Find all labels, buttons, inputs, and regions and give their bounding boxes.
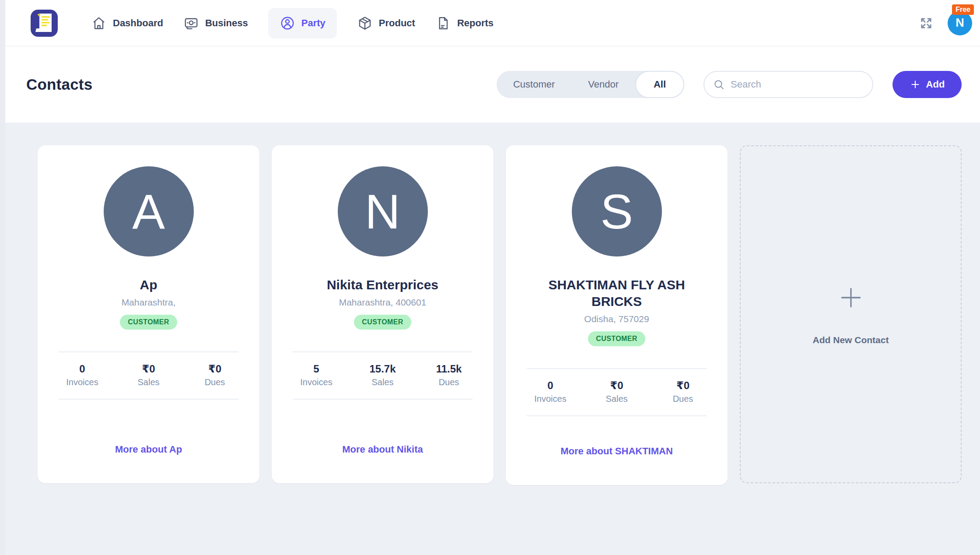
stat-value: ₹0 bbox=[195, 363, 235, 375]
contact-stats: 5 Invoices 15.7k Sales 11.5k Dues bbox=[293, 352, 472, 399]
stat-invoices: 0 Invoices bbox=[62, 363, 102, 387]
header-actions: Customer Vendor All Add bbox=[497, 71, 962, 98]
search-box bbox=[704, 71, 873, 98]
page-header: Contacts Customer Vendor All Add bbox=[0, 46, 980, 123]
nav-item-party[interactable]: Party bbox=[268, 8, 337, 39]
page-title: Contacts bbox=[26, 76, 92, 93]
stat-dues: ₹0 Dues bbox=[195, 363, 235, 387]
stat-sales: 15.7k Sales bbox=[363, 363, 403, 387]
stat-label: Sales bbox=[363, 377, 403, 387]
stat-value: ₹0 bbox=[663, 379, 703, 392]
customer-badge: CUSTOMER bbox=[588, 331, 645, 346]
contact-stats: 0 Invoices ₹0 Sales ₹0 Dues bbox=[527, 369, 707, 415]
nav-item-product[interactable]: Product bbox=[357, 15, 415, 31]
stat-label: Invoices bbox=[296, 377, 336, 387]
nav-item-dashboard[interactable]: Dashboard bbox=[91, 15, 163, 31]
nav-right: Free N bbox=[919, 11, 974, 35]
stat-value: ₹0 bbox=[129, 363, 169, 375]
plus-icon bbox=[836, 283, 865, 312]
contact-card: A Ap Maharashtra, CUSTOMER 0 Invoices ₹0… bbox=[38, 145, 259, 483]
customer-badge: CUSTOMER bbox=[354, 315, 411, 330]
stat-invoices: 5 Invoices bbox=[296, 363, 336, 387]
stat-invoices: 0 Invoices bbox=[530, 379, 570, 404]
nav-label: Product bbox=[379, 18, 415, 29]
product-icon bbox=[357, 15, 373, 31]
add-button[interactable]: Add bbox=[892, 71, 962, 98]
add-button-label: Add bbox=[926, 79, 945, 90]
business-icon bbox=[183, 15, 199, 31]
nav-label: Business bbox=[205, 18, 248, 29]
stat-value: ₹0 bbox=[597, 379, 637, 392]
party-icon bbox=[280, 15, 295, 31]
contacts-grid: A Ap Maharashtra, CUSTOMER 0 Invoices ₹0… bbox=[38, 145, 962, 485]
search-input[interactable] bbox=[731, 79, 864, 90]
add-new-contact-card[interactable]: Add New Contact bbox=[740, 145, 962, 483]
home-icon bbox=[91, 15, 107, 31]
contact-location: Maharashtra, bbox=[122, 297, 176, 308]
nav-label: Party bbox=[301, 18, 326, 29]
filter-customer[interactable]: Customer bbox=[497, 71, 571, 98]
contact-name: Ap bbox=[140, 277, 158, 293]
stat-label: Sales bbox=[129, 377, 169, 387]
stat-value: 5 bbox=[296, 363, 336, 375]
app-logo[interactable] bbox=[30, 9, 59, 38]
user-avatar[interactable]: Free N bbox=[948, 11, 972, 35]
main-nav: Dashboard Business Party bbox=[91, 8, 494, 39]
window-edge bbox=[0, 0, 5, 555]
stat-label: Invoices bbox=[530, 394, 570, 404]
contacts-area: A Ap Maharashtra, CUSTOMER 0 Invoices ₹0… bbox=[0, 123, 980, 555]
nav-label: Reports bbox=[457, 18, 494, 29]
plan-badge: Free bbox=[952, 4, 974, 15]
contact-location: Odisha, 757029 bbox=[584, 314, 649, 324]
stat-value: 0 bbox=[530, 379, 570, 392]
stat-label: Dues bbox=[429, 377, 469, 387]
fullscreen-icon bbox=[919, 16, 934, 31]
stat-sales: ₹0 Sales bbox=[129, 363, 169, 387]
contact-card: N Nikita Enterprices Maharashtra, 400601… bbox=[272, 145, 494, 483]
contact-name: SHAKTIMAN FLY ASH BRICKS bbox=[527, 277, 707, 310]
stat-value: 15.7k bbox=[363, 363, 403, 375]
stat-label: Sales bbox=[597, 394, 637, 404]
top-nav: Dashboard Business Party bbox=[0, 0, 980, 46]
stat-value: 11.5k bbox=[429, 363, 469, 375]
stat-value: 0 bbox=[62, 363, 102, 375]
stat-label: Dues bbox=[195, 377, 235, 387]
divider bbox=[59, 399, 238, 400]
nav-item-business[interactable]: Business bbox=[183, 15, 248, 31]
more-about-link[interactable]: More about Ap bbox=[115, 444, 182, 455]
divider bbox=[293, 399, 472, 400]
plus-icon bbox=[910, 79, 921, 90]
filter-all[interactable]: All bbox=[635, 71, 684, 98]
filter-vendor[interactable]: Vendor bbox=[571, 71, 635, 98]
contact-stats: 0 Invoices ₹0 Sales ₹0 Dues bbox=[59, 352, 238, 399]
stat-sales: ₹0 Sales bbox=[597, 379, 637, 404]
stat-dues: ₹0 Dues bbox=[663, 379, 703, 404]
contact-name: Nikita Enterprices bbox=[327, 277, 438, 293]
customer-badge: CUSTOMER bbox=[120, 315, 177, 330]
fullscreen-button[interactable] bbox=[919, 16, 934, 31]
divider bbox=[527, 415, 707, 416]
contact-avatar: A bbox=[104, 166, 194, 256]
contact-avatar: N bbox=[338, 166, 428, 256]
contact-card: S SHAKTIMAN FLY ASH BRICKS Odisha, 75702… bbox=[506, 145, 728, 485]
stat-label: Dues bbox=[663, 394, 703, 404]
stat-dues: 11.5k Dues bbox=[429, 363, 469, 387]
stat-label: Invoices bbox=[62, 377, 102, 387]
reports-icon bbox=[435, 15, 451, 31]
invoice-logo-icon bbox=[30, 9, 59, 38]
nav-item-reports[interactable]: Reports bbox=[435, 15, 494, 31]
contact-location: Maharashtra, 400601 bbox=[339, 297, 427, 308]
more-about-link[interactable]: More about SHAKTIMAN bbox=[560, 446, 673, 457]
contact-avatar: S bbox=[572, 166, 662, 256]
contact-type-filter: Customer Vendor All bbox=[497, 71, 684, 98]
add-new-contact-label: Add New Contact bbox=[813, 335, 889, 345]
more-about-link[interactable]: More about Nikita bbox=[342, 444, 423, 455]
search-icon bbox=[713, 79, 724, 90]
nav-label: Dashboard bbox=[113, 18, 163, 29]
